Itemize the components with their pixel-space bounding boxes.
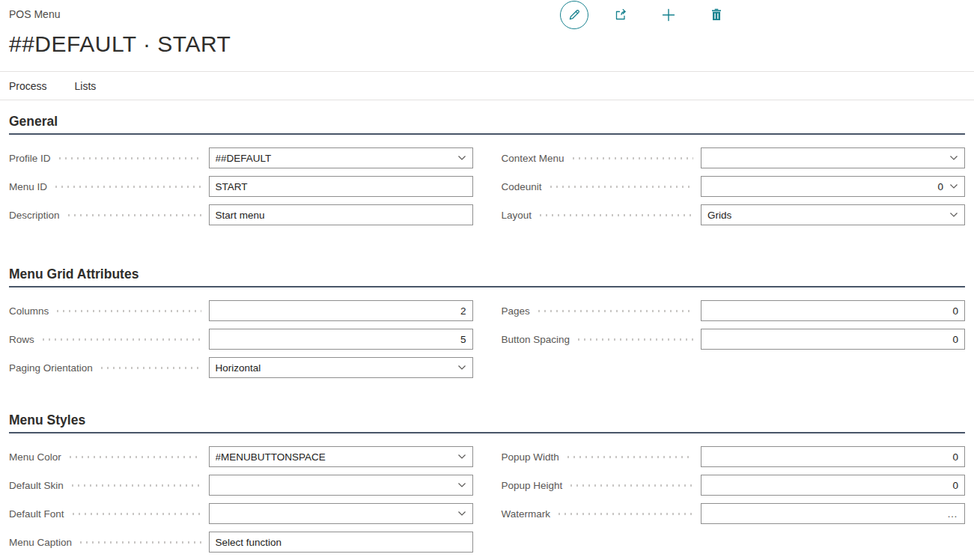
add-icon[interactable]	[661, 7, 676, 22]
dotted-leader	[565, 456, 693, 458]
assist-edit-icon[interactable]: …	[947, 510, 958, 517]
field-codeunit: Codeunit 0	[502, 176, 966, 197]
chevron-down-icon[interactable]	[949, 155, 958, 161]
dotted-leader	[548, 186, 693, 188]
section-title: Menu Grid Attributes	[9, 266, 965, 287]
popup-height-input[interactable]: 0	[701, 475, 965, 496]
field-button-spacing: Button Spacing 0	[502, 329, 966, 350]
field-menu-color: Menu Color #MENUBUTTONSPACE	[9, 446, 473, 467]
dotted-leader	[78, 541, 201, 544]
field-default-font: Default Font	[9, 503, 473, 524]
field-watermark: Watermark …	[502, 503, 966, 524]
dotted-leader	[70, 484, 201, 487]
chevron-down-icon[interactable]	[457, 454, 466, 460]
field-label: Layout	[502, 210, 532, 221]
field-description: Description Start menu	[9, 204, 473, 225]
codeunit-lookup[interactable]: 0	[701, 176, 965, 197]
columns-input[interactable]: 2	[209, 300, 473, 321]
field-label: Menu ID	[9, 181, 47, 192]
chevron-down-icon[interactable]	[457, 365, 466, 371]
dotted-leader	[536, 310, 693, 312]
dotted-leader	[99, 367, 201, 369]
field-pages: Pages 0	[502, 300, 966, 321]
page-title: ##DEFAULT · START	[9, 30, 965, 58]
default-font-combobox[interactable]	[209, 503, 473, 524]
section-general: General Profile ID ##DEFAULT Context Men…	[9, 113, 965, 225]
dotted-leader	[556, 513, 693, 515]
field-rows: Rows 5	[9, 329, 473, 350]
field-label: Menu Color	[9, 451, 61, 463]
action-lists[interactable]: Lists	[75, 80, 97, 92]
field-label: Button Spacing	[502, 334, 570, 345]
field-context-menu: Context Menu	[502, 147, 966, 168]
field-layout: Layout Grids	[502, 204, 966, 225]
dotted-leader	[538, 214, 693, 216]
action-bar: Process Lists	[0, 72, 974, 100]
field-label: Popup Width	[502, 451, 559, 463]
pages-input[interactable]: 0	[701, 300, 965, 321]
button-spacing-input[interactable]: 0	[701, 329, 965, 350]
section-title: General	[9, 113, 965, 135]
field-columns: Columns 2	[9, 300, 473, 321]
dotted-leader	[70, 513, 201, 515]
action-process[interactable]: Process	[9, 80, 47, 92]
paging-orientation-combobox[interactable]: Horizontal	[209, 357, 473, 378]
dotted-leader	[67, 456, 201, 458]
chevron-down-icon[interactable]	[949, 183, 958, 189]
field-label: Columns	[9, 305, 49, 317]
menu-id-input[interactable]: START	[209, 176, 473, 197]
popup-width-input[interactable]: 0	[701, 446, 965, 467]
chevron-down-icon[interactable]	[949, 212, 958, 218]
dotted-leader	[55, 310, 201, 312]
dotted-leader	[66, 214, 201, 216]
field-label: Codeunit	[502, 181, 542, 192]
context-menu-combobox[interactable]	[701, 147, 965, 168]
edit-pencil-icon[interactable]	[560, 1, 588, 29]
field-popup-width: Popup Width 0	[502, 446, 966, 467]
field-label: Rows	[9, 334, 34, 345]
toolbar	[560, 0, 724, 30]
field-popup-height: Popup Height 0	[502, 475, 966, 496]
field-label: Default Font	[9, 508, 64, 520]
watermark-assist-input[interactable]: …	[701, 503, 965, 524]
field-label: Menu Caption	[9, 537, 72, 548]
delete-icon[interactable]	[709, 7, 724, 22]
field-label: Paging Orientation	[9, 362, 93, 374]
page-caption: POS Menu	[9, 0, 965, 21]
chevron-down-icon[interactable]	[457, 511, 466, 517]
field-label: Default Skin	[9, 480, 64, 491]
menu-color-combobox[interactable]: #MENUBUTTONSPACE	[209, 446, 473, 467]
field-label: Profile ID	[9, 153, 51, 164]
field-label: Description	[9, 210, 60, 221]
field-default-skin: Default Skin	[9, 475, 473, 496]
page: POS Menu	[0, 0, 974, 58]
chevron-down-icon[interactable]	[457, 482, 466, 488]
dotted-leader	[57, 157, 201, 159]
dotted-leader	[53, 186, 201, 188]
field-label: Watermark	[502, 508, 551, 520]
field-label: Pages	[502, 305, 530, 317]
chevron-down-icon[interactable]	[457, 155, 466, 161]
dotted-leader	[576, 338, 693, 341]
field-profile-id: Profile ID ##DEFAULT	[9, 147, 473, 168]
section-menu-styles: Menu Styles Menu Color #MENUBUTTONSPACE …	[9, 412, 965, 553]
section-title: Menu Styles	[9, 412, 965, 433]
dotted-leader	[568, 484, 693, 487]
default-skin-combobox[interactable]	[209, 475, 473, 496]
dotted-leader	[40, 338, 201, 341]
field-menu-caption: Menu Caption Select function	[9, 532, 473, 553]
field-label: Popup Height	[502, 480, 563, 491]
dotted-leader	[570, 157, 693, 159]
layout-combobox[interactable]: Grids	[701, 204, 965, 225]
description-input[interactable]: Start menu	[209, 204, 473, 225]
menu-caption-input[interactable]: Select function	[209, 532, 473, 553]
profile-id-combobox[interactable]: ##DEFAULT	[209, 147, 473, 168]
rows-input[interactable]: 5	[209, 329, 473, 350]
field-menu-id: Menu ID START	[9, 176, 473, 197]
section-menu-grid-attributes: Menu Grid Attributes Columns 2 Pages 0 R…	[9, 266, 965, 378]
field-paging-orientation: Paging Orientation Horizontal	[9, 357, 473, 378]
field-label: Context Menu	[502, 153, 564, 164]
share-icon[interactable]	[613, 7, 628, 22]
